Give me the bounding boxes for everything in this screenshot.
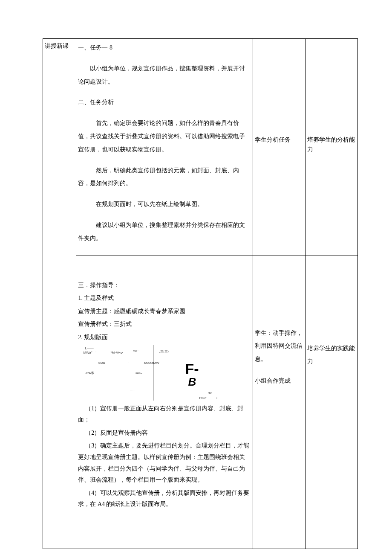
guide-heading: 三．操作指导： <box>78 280 251 291</box>
note-2: （2）反面是宣传册内容 <box>78 427 251 439</box>
theme-value: 感恩砥砺成长青春梦系家园 <box>114 308 185 314</box>
diagram-text: «a>- <box>135 371 142 376</box>
student-activity-cell-2: 学生：动手操作，利用因特网交流信息。 小组合作完成 <box>253 256 305 549</box>
style-label: 宣传册样式： <box>78 321 114 327</box>
phase-title: 讲授新课 <box>45 41 74 51</box>
student-activity-cell-1: 学生分析任务 <box>253 39 305 256</box>
diagram-text: aaaaaMW <box>144 360 159 366</box>
table-row: 讲授新课 一、任务一 8 以小组为单位，规划宣传册作品，搜集整理资料，并展开讨论… <box>43 39 358 256</box>
objective-2: 培养学生的实践能力 <box>307 342 356 369</box>
diagram-text: .三!三r <box>159 349 169 355</box>
layout-diagram: L—— MWa"—' *M∙M«c∙ m>∙∙ .三!三r RMa ∙ aaaa… <box>81 345 225 401</box>
analysis-p4: 建议以小组为单位，搜集整理素材并分类保存在相应的文件夹内。 <box>78 219 251 245</box>
student-activity-3: 小组合作完成 <box>255 376 303 386</box>
analysis-p1: 首先，确定班会要讨论的问题，如什么样的青春具有价值，共议查找关于折叠式宣传册的资… <box>78 117 251 156</box>
student-activity-2: 学生：动手操作，利用因特网交流信息。 <box>255 327 303 366</box>
guide-1: 1. 主题及样式 <box>78 293 251 304</box>
diagram-text: ∙ <box>128 360 129 366</box>
diagram-text: JPA事 <box>85 371 94 376</box>
content-cell-2: 三．操作指导： 1. 主题及样式 宣传册主题：感恩砥砺成长青春梦系家园 宣传册样… <box>76 256 253 549</box>
objective-1: 培养学生的分析能力 <box>307 41 356 154</box>
task-analysis-heading: 二、任务分析 <box>78 96 251 109</box>
analysis-p3: 在规划页面时，可以先在纸上绘制草图。 <box>78 198 251 211</box>
task1-heading: 一、任务一 8 <box>78 41 251 55</box>
diagram-divider <box>153 345 153 401</box>
diagram-text: RMa <box>98 360 105 366</box>
diagram-text: MWa"—' <box>83 350 96 356</box>
diagram-text: *M∙M«c∙ <box>110 350 123 356</box>
diagram-text: rar <box>208 390 212 396</box>
brochure-theme: 宣传册主题：感恩砥砺成长青春梦系家园 <box>78 306 251 317</box>
phase-cell: 讲授新课 <box>43 39 76 549</box>
content-cell-1: 一、任务一 8 以小组为单位，规划宣传册作品，搜集整理资料，并展开讨论问题设计。… <box>76 39 253 256</box>
student-activity-1: 学生分析任务 <box>255 41 303 145</box>
analysis-p2: 然后，明确此类宣传册包括的元素，如封面、封底、内容，是如何排列的。 <box>78 164 251 191</box>
theme-label: 宣传册主题： <box>78 308 114 314</box>
task1-desc: 以小组为单位，规划宣传册作品，搜集整理资料，并展开讨论问题设计。 <box>78 62 251 89</box>
style-value: 三折式 <box>114 321 132 327</box>
diagram-text: RiS» <box>199 395 206 401</box>
diagram-text: m>∙∙ <box>133 349 139 354</box>
table-row: 三．操作指导： 1. 主题及样式 宣传册主题：感恩砥砺成长青春梦系家园 宣传册样… <box>43 256 358 549</box>
objective-cell-2: 培养学生的实践能力 <box>305 256 357 549</box>
note-3: （3）确定主题后，要先进行栏目的划分。合理划分栏目，才能更好地呈现宣传册主题。以… <box>78 440 251 485</box>
brochure-style: 宣传册样式：三折式 <box>78 319 251 330</box>
lesson-plan-table: 讲授新课 一、任务一 8 以小组为单位，规划宣传册作品，搜集整理资料，并展开讨论… <box>43 38 358 549</box>
note-1: （1）宣传册一般正面从左向右分别是宣传册内容、封底、封面； <box>78 403 251 426</box>
diagram-text: …… <box>130 388 135 392</box>
diagram-big-b: B <box>188 373 196 391</box>
objective-cell-1: 培养学生的分析能力 <box>305 39 357 256</box>
note-4: （4）可以先观察其他宣传册，分析其版面安排，再对照任务要求，在 A4 的纸张上设… <box>78 488 251 510</box>
guide-2: 2. 规划版面 <box>78 332 251 343</box>
diagram-text: • <box>216 395 217 401</box>
